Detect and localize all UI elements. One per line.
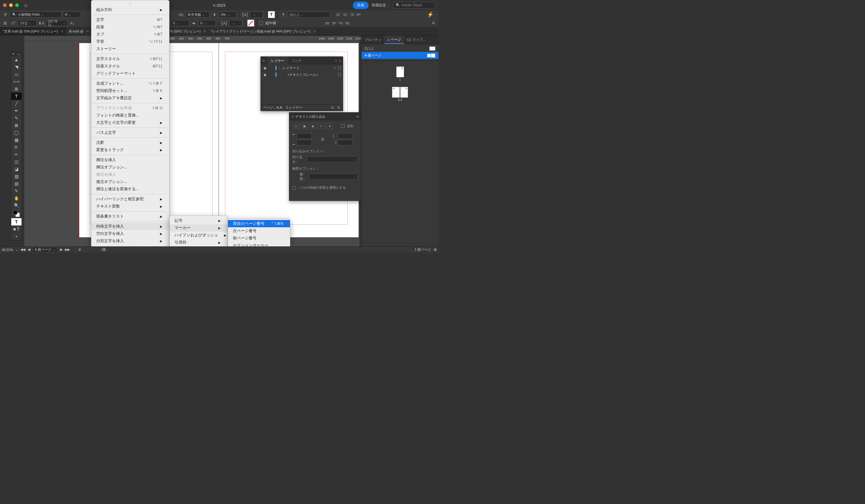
minimize-window[interactable] [9, 3, 13, 7]
menu-item[interactable]: 脚注オプション... [91, 164, 169, 171]
font-family-field[interactable]: 🔍 小塚明朝 Pr6N [10, 12, 62, 17]
menu-item[interactable]: 次ページ番号 [228, 227, 290, 235]
menu-item[interactable]: フォントの検索と置換... [91, 112, 169, 119]
hand-tool[interactable]: ✋ [11, 195, 22, 202]
align-right[interactable] [349, 12, 355, 17]
menu-item[interactable]: 分割文字を挿入▶ [91, 237, 169, 245]
align-center[interactable] [342, 12, 348, 17]
gradient-swatch-tool[interactable]: ◪ [11, 165, 22, 173]
eyedropper-tool[interactable]: ✎ [11, 187, 22, 195]
vertical-grid-tool[interactable]: ⊪ [11, 143, 22, 151]
layer-row[interactable]: ◉ ⌄ レイヤー 1 ✎ [261, 65, 343, 71]
close-tab-icon[interactable]: ✕ [61, 30, 64, 33]
toolbox-header[interactable]: ×▸▸ [11, 52, 22, 56]
close-tab-icon[interactable]: ✕ [313, 30, 316, 33]
maximize-window[interactable] [15, 3, 19, 7]
page-next2-icon[interactable]: ▶▶ [65, 248, 70, 251]
para-mode-label[interactable]: 段 [2, 21, 9, 25]
menu-item[interactable]: パス上文字▶ [91, 129, 169, 136]
align-left[interactable] [335, 12, 342, 17]
doc-tab-1[interactable]: *文章.indd @ 75% [GPU プレビュー]✕ [0, 27, 66, 35]
layer-item-row[interactable]: ◉ <テキストフレーム> [261, 71, 343, 78]
gap-tool[interactable]: ⟷ [11, 78, 22, 85]
menu-item[interactable]: 箇条書きリスト▶ [91, 213, 169, 220]
menu-item[interactable]: 文字組みアキ量設定▶ [91, 94, 169, 102]
pencil-tool[interactable]: ✎ [11, 114, 22, 122]
layers-tab[interactable]: レイヤー [267, 57, 288, 65]
grid-field[interactable] [229, 20, 242, 26]
baseline-field[interactable] [250, 12, 263, 17]
leading-field[interactable]: (22.75 ㍍ [46, 20, 68, 26]
direct-selection-tool[interactable]: ◥ [11, 63, 22, 71]
menu-item[interactable]: 組み方向▶ [91, 6, 169, 13]
menu-item[interactable]: 段落⌥⌘T [91, 23, 169, 31]
gradient-feather-tool[interactable]: ▨ [11, 173, 22, 180]
menu-item[interactable]: 引用符▶ [170, 239, 228, 246]
links-tab[interactable]: リンク [288, 57, 305, 65]
apply-color-icon[interactable]: ■ T [11, 225, 22, 233]
menu-item[interactable]: テキスト変数▶ [91, 203, 169, 210]
menu-item[interactable]: 文字⌘T [91, 16, 169, 23]
close-tab-icon[interactable]: ✕ [86, 30, 89, 33]
home-icon[interactable]: ⌂ [24, 2, 27, 8]
contour-type-dropdown[interactable]: ⌄ [309, 174, 358, 180]
menu-item[interactable]: 合成フォント...⌥⇧⌘ F [91, 80, 169, 87]
menu-item[interactable]: 字形⌥⇧F11 [91, 38, 169, 45]
menu-item[interactable]: 記号▶ [170, 217, 228, 224]
ellipse-tool[interactable]: ◯ [11, 129, 22, 136]
properties-tab[interactable]: プロパティ [361, 36, 384, 44]
fill-stroke-swatch[interactable] [11, 209, 22, 218]
menu-item[interactable]: 禁則処理セット...⇧⌘ K [91, 87, 169, 94]
share-button[interactable]: 共有 [353, 1, 369, 9]
visibility-icon[interactable]: ◉ [263, 73, 267, 77]
offset-right-field[interactable] [338, 140, 353, 145]
page-thumb-spread[interactable]: AA 3-2 [392, 87, 408, 102]
rectangle-frame-tool[interactable]: ⊠ [11, 122, 22, 129]
menu-item[interactable]: ストーリー [91, 45, 169, 52]
horizontal-grid-tool[interactable]: ▦ [11, 136, 22, 143]
page-thumb-1[interactable]: A 1 [396, 67, 404, 81]
menu-item[interactable]: 文字スタイル⇧⌘F11 [91, 55, 169, 62]
workspace-dropdown[interactable]: 初期設定⌄ [372, 3, 390, 8]
menu-item[interactable]: 前ページ番号 [228, 235, 290, 242]
panel-menu-icon[interactable]: ≡ [432, 20, 437, 26]
stroke-t-icon[interactable]: T [247, 20, 254, 26]
doc-tab-2[interactable]: 表.indd @✕ [66, 27, 91, 35]
clip-inside-checkbox[interactable] [292, 186, 296, 190]
wrap-shape-icon[interactable]: ◉ [309, 123, 316, 129]
offset-left-field[interactable] [338, 133, 353, 139]
close-tab-icon[interactable]: ✕ [204, 30, 206, 33]
page-nav-field[interactable]: A-親ページ ⌄ [33, 247, 58, 253]
char-mode-label[interactable]: 字 [2, 12, 9, 17]
cc-libraries-tab[interactable]: CC ライブ… [404, 36, 429, 44]
menu-item[interactable]: タブ⇧⌘T [91, 31, 169, 38]
offset-top-field[interactable] [297, 133, 312, 139]
zoom-level[interactable]: 43.31% [2, 248, 13, 251]
menu-item[interactable]: 大文字と小文字の変更▶ [91, 119, 169, 126]
select-indicator[interactable] [338, 73, 341, 76]
formatting-container-icon[interactable]: T [11, 218, 22, 225]
tracking-field[interactable]: 0 [171, 20, 189, 26]
menu-item[interactable]: マーカー▶ [170, 224, 228, 232]
master-a-row[interactable]: A-親ページ [361, 52, 438, 59]
fill-t-icon[interactable]: T [268, 11, 275, 18]
menu-item[interactable]: ハイフンおよびダッシュ▶ [170, 232, 228, 239]
menu-item[interactable]: ハイパーリンクと相互参照▶ [91, 196, 169, 203]
align-binding[interactable] [344, 20, 350, 26]
horizontal-ruler[interactable]: 580 600 620 640 660 680 700 1060 1080 11… [24, 36, 359, 41]
type-tool[interactable]: T [11, 93, 22, 100]
justify-right[interactable] [338, 20, 344, 26]
quick-apply-icon[interactable]: ⚡ [427, 11, 437, 18]
font-style-field[interactable]: R [63, 12, 81, 17]
select-indicator[interactable] [338, 67, 341, 70]
menu-item[interactable]: グリッドフォーマット [91, 70, 169, 77]
adobe-stock-search[interactable]: 🔍Adobe Stock [393, 2, 435, 9]
menu-item[interactable]: 変更をトラック▶ [91, 146, 169, 154]
menu-item[interactable]: 現在のページ番号⌃⇧⌘N [228, 220, 290, 227]
visibility-icon[interactable]: ◉ [263, 66, 267, 70]
panel-menu-icon[interactable]: ≡ [339, 59, 341, 62]
doc-tab-4[interactable]: *レイアウトグリッド/マージン段組.indd @ 44% [GPU プレビュー]… [208, 27, 318, 35]
scissors-tool[interactable]: ✂ [11, 151, 22, 158]
wrap-none-icon[interactable]: ▢ [292, 123, 299, 129]
disclosure-icon[interactable]: ⌄ [278, 67, 281, 70]
